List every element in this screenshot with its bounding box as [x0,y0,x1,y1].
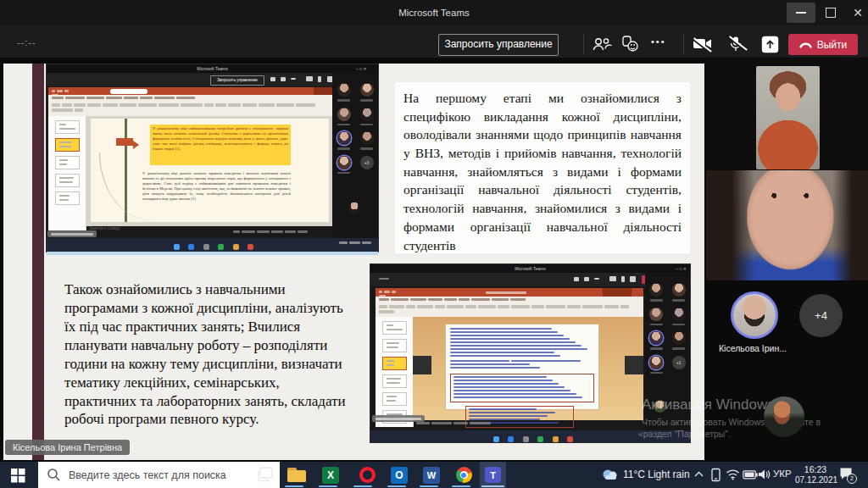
participant-avatar [649,283,663,297]
phone-link-icon[interactable] [710,468,721,482]
taskbar-icon-opera[interactable] [354,463,380,486]
participant-thumb[interactable] [332,108,355,126]
s1-task-icon[interactable] [218,244,224,250]
reactions-icon[interactable] [621,36,640,53]
participant-thumb[interactable] [668,308,691,326]
clock[interactable]: 16:23 07.12.2021 [795,464,836,485]
s1-ppt-search-box[interactable] [110,89,147,94]
leave-button[interactable]: Выйти [788,34,858,55]
s1-people-icon[interactable] [270,77,275,81]
s1-single-avatar[interactable] [348,202,360,214]
s1-mic-icon[interactable] [318,76,321,82]
language-indicator[interactable]: УКР [773,469,792,479]
s2-task-icon[interactable] [567,436,573,442]
s2-task-icon[interactable] [523,436,529,442]
volume-icon[interactable] [758,469,771,480]
participant-thumb[interactable] [645,283,668,302]
camera-off-icon[interactable] [693,38,712,49]
slide-thumbnail[interactable] [55,120,80,134]
taskbar-icon-chrome[interactable] [451,463,476,486]
s2-task-icon[interactable] [493,436,499,442]
taskbar-icon-word[interactable]: W [419,463,444,486]
participant-video-1[interactable] [706,58,868,169]
more-participants-badge[interactable]: +4 [799,294,843,337]
s1-task-icon[interactable] [233,244,239,250]
slide-thumbnail[interactable] [382,339,407,352]
s1-task-icon[interactable] [248,244,253,250]
share-screen-icon[interactable] [761,36,779,57]
s2-task-icon[interactable] [553,436,559,442]
participant-thumb[interactable] [355,83,378,102]
s2-people-icon[interactable] [574,277,579,281]
s1-task-icon[interactable] [174,244,180,250]
participant-thumb[interactable] [645,331,668,350]
s1-reactions-icon[interactable] [281,77,286,81]
s2-more-icon[interactable] [594,278,599,280]
s1-ribbon-tabs[interactable] [52,97,255,101]
participants-icon[interactable] [591,37,613,52]
s1-camera-icon[interactable] [306,76,313,81]
more-options-icon[interactable]: ••• [651,36,666,47]
mic-off-icon[interactable] [729,36,741,52]
participant-thumb[interactable] [645,356,668,374]
request-control-button[interactable]: Запросить управление [438,34,559,56]
blurred-text-bar [450,341,576,343]
s2-title-bar: Microsoft Teams – □ ✕ [370,264,690,273]
meeting-timer: --:-- [17,37,36,47]
slide-thumbnail-selected[interactable] [382,357,407,370]
participant-thumb[interactable] [645,308,668,326]
s1-slide-thumbnails[interactable] [48,116,86,230]
slide-thumbnail[interactable] [55,174,80,187]
participant-thumb[interactable] [332,83,355,102]
s2-reactions-icon[interactable] [584,277,589,281]
s1-task-icon[interactable] [203,244,209,250]
s2-ribbon-tabs[interactable] [379,298,599,302]
s2-share-icon[interactable] [630,276,636,282]
taskbar-icon-outlook[interactable]: O [387,463,412,486]
slide-thumbnail[interactable] [382,321,407,335]
taskbar-icon-teams[interactable]: T [480,463,506,486]
s1-more-icon[interactable] [291,78,296,80]
participant-thumb[interactable] [355,131,378,150]
restore-button[interactable] [826,8,836,18]
weather-icon[interactable] [600,468,620,481]
s2-task-icon[interactable] [537,436,543,442]
participant-overflow[interactable]: +1 [668,356,691,374]
search-input[interactable] [38,462,280,488]
slide-thumbnail[interactable] [55,191,80,205]
s2-mic-icon[interactable] [621,276,625,282]
participant-thumb[interactable] [332,131,355,150]
participant-name-blur [650,347,663,350]
slide-thumbnail[interactable] [382,374,407,388]
s2-camera-icon[interactable] [609,276,616,281]
s2-window-title: Microsoft Teams [370,264,690,273]
participant-thumb[interactable] [332,156,355,175]
participant-thumb[interactable] [668,331,691,350]
close-button[interactable]: ✕ [848,2,868,24]
s1-task-icon[interactable] [188,244,194,250]
slide-thumbnail-selected[interactable] [55,138,80,152]
start-button[interactable] [11,469,25,483]
blurred-text-bar [271,230,283,233]
participant-overflow[interactable]: +3 [355,156,378,175]
task-view-icon[interactable] [257,467,274,484]
s2-slide-thumbnails[interactable] [376,317,414,427]
s2-task-icon[interactable] [508,436,514,442]
battery-icon[interactable] [743,470,758,480]
participant-bubble[interactable] [764,396,804,437]
participant-avatar-kiselova[interactable] [731,291,778,339]
participant-name-blur [650,299,663,302]
weather-text[interactable]: 11°C Light rain [623,469,690,480]
participant-video-2[interactable] [706,170,868,280]
slide-thumbnail[interactable] [55,156,80,169]
taskbar-icon-excel[interactable]: X [318,463,343,486]
wifi-icon[interactable] [726,469,740,480]
participant-thumb[interactable] [355,108,378,126]
minimize-button[interactable] [787,3,815,23]
tray-chevron-icon[interactable] [693,470,704,478]
notification-icon[interactable]: 2 [839,467,856,483]
taskbar-icon-explorer[interactable] [284,463,309,486]
s1-request-control-button[interactable]: Запросить управление [210,75,264,86]
slide-thumbnail[interactable] [382,392,407,406]
participant-thumb[interactable] [668,283,691,302]
